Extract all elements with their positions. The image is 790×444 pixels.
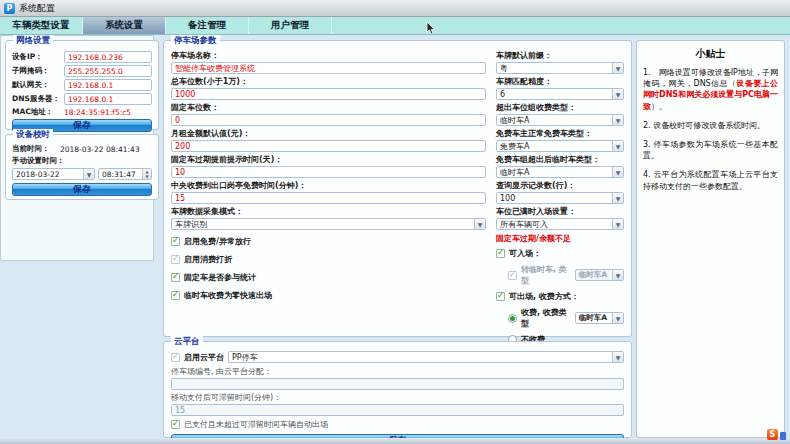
over-group-fee-select[interactable]: 临时车A ▼ bbox=[496, 114, 624, 126]
over-group-fee-value: 临时车A bbox=[500, 115, 529, 126]
query-rows-field: 查询显示记录数(行)： 100 ▼ bbox=[496, 180, 624, 204]
fixed-stat-option[interactable]: ✓ 固定车是否参与统计 bbox=[171, 272, 486, 283]
subnet-mask-label: 子网掩码： bbox=[12, 66, 64, 76]
total-spaces-field: 总车位数(小于1万)： 1000 bbox=[171, 76, 486, 100]
tab-remark-management[interactable]: 备注管理 bbox=[166, 17, 249, 34]
tab-user-management[interactable]: 用户管理 bbox=[249, 17, 332, 34]
tab-system-settings[interactable]: 系统设置 bbox=[83, 17, 166, 34]
network-settings-group: 网络设置 设备IP： 192.168.0.236 子网掩码： 255.255.2… bbox=[5, 40, 159, 130]
checkbox[interactable]: ✓ bbox=[508, 271, 517, 280]
chevron-down-icon[interactable]: ▼ bbox=[612, 141, 623, 151]
chevron-down-icon[interactable]: ▼ bbox=[612, 193, 623, 203]
checkbox[interactable]: ✓ bbox=[496, 249, 505, 258]
plate-precision-field: 车牌匹配精度： 6 ▼ bbox=[496, 76, 624, 100]
cloud-platform-title: 云平台 bbox=[171, 336, 203, 348]
charge-type-select[interactable]: 临时车A ▼ bbox=[575, 312, 624, 324]
capture-mode-field: 车牌数据采集模式： 车牌识别 ▼ bbox=[171, 206, 486, 230]
title-bar: P 系统配置 bbox=[0, 0, 790, 17]
lot-id-input[interactable] bbox=[171, 378, 624, 390]
cloud-provider-select[interactable]: PP停车 ▼ bbox=[228, 351, 624, 363]
checkbox[interactable]: ✓ bbox=[171, 237, 180, 246]
free-group-over-value: 临时车A bbox=[500, 167, 529, 178]
tip-item-1: 1. 网络设置可修改设备IP地址，子网掩码，网关，DNS信息（设备要上公网时DN… bbox=[643, 67, 778, 112]
dns-input[interactable]: 192.168.0.1 bbox=[64, 93, 152, 105]
plate-prefix-value: 粤 bbox=[500, 63, 508, 74]
free-car-type-field: 免费车主正常免费车类型： 免费车A ▼ bbox=[496, 128, 624, 152]
spinner-buttons[interactable]: ▲ ▼ bbox=[142, 169, 151, 179]
time-sync-group: 设备校时 当前时间： 2018-03-22 08:41:43 手动设置时间： 2… bbox=[5, 134, 159, 200]
monthly-fee-input[interactable]: 200 bbox=[171, 140, 486, 152]
date-picker[interactable]: 2018-03-22 ▼ bbox=[12, 168, 95, 180]
lot-full-entry-value: 所有车辆可入 bbox=[500, 219, 548, 230]
free-group-over-select[interactable]: 临时车A ▼ bbox=[496, 166, 624, 178]
lot-id-label: 停车场编号, 由云平台分配： bbox=[171, 366, 624, 377]
charge-option[interactable]: 收费, 收费类型 临时车A ▼ bbox=[508, 307, 624, 329]
time-sync-save-button[interactable]: 保存 bbox=[12, 183, 152, 196]
chevron-down-icon[interactable]: ▼ bbox=[612, 270, 623, 280]
monthly-fee-label: 月租金额默认值(元)： bbox=[171, 128, 486, 139]
free-pass-option[interactable]: ✓ 启用免费/异常放行 bbox=[171, 236, 486, 247]
chevron-down-icon[interactable]: ▼ bbox=[612, 313, 623, 323]
chevron-down-icon[interactable]: ▼ bbox=[612, 115, 623, 125]
can-enter-option[interactable]: ✓ 可入场： bbox=[496, 248, 624, 259]
chevron-down-icon[interactable]: ▼ bbox=[83, 169, 94, 179]
checkbox[interactable]: ✓ bbox=[171, 273, 180, 282]
free-car-type-select[interactable]: 免费车A ▼ bbox=[496, 140, 624, 152]
discount-option[interactable]: ✓ 启用消费打折 bbox=[171, 254, 486, 265]
manual-time-label: 手动设置时间： bbox=[12, 156, 152, 166]
time-spinner[interactable]: 08:31:47 ▲ ▼ bbox=[98, 168, 152, 180]
expire-notice-field: 固定车过期提前提示时间(天)： 10 bbox=[171, 154, 486, 178]
current-time-value: 2018-03-22 08:41:43 bbox=[60, 145, 140, 154]
monthly-fee-field: 月租金额默认值(元)： 200 bbox=[171, 128, 486, 152]
fixed-spaces-input[interactable]: 0 bbox=[171, 114, 486, 126]
auto-exit-option[interactable]: ✓ 已支付且未超过可滞留时间车辆自动出场 bbox=[171, 419, 624, 430]
lot-full-entry-label: 车位已满时入场设置： bbox=[496, 206, 624, 217]
lot-name-input[interactable]: 智能停车收费管理系统 bbox=[171, 62, 486, 74]
check-icon: ✓ bbox=[497, 248, 505, 257]
fixed-spaces-label: 固定车位数： bbox=[171, 102, 486, 113]
manual-time-row: 2018-03-22 ▼ 08:31:47 ▲ ▼ bbox=[12, 168, 152, 180]
dns-row: DNS服务器： 192.168.0.1 bbox=[12, 93, 152, 105]
plate-precision-select[interactable]: 6 ▼ bbox=[496, 88, 624, 100]
chevron-down-icon[interactable]: ▼ bbox=[612, 167, 623, 177]
central-pay-free-input[interactable]: 15 bbox=[171, 192, 486, 204]
lot-full-entry-select[interactable]: 所有车辆可入 ▼ bbox=[496, 218, 624, 230]
can-exit-option[interactable]: ✓ 可出场, 收费方式： bbox=[496, 291, 624, 302]
chevron-down-icon[interactable]: ▼ bbox=[612, 63, 623, 73]
mac-label: MAC地址： bbox=[12, 107, 64, 117]
checkbox[interactable]: ✓ bbox=[171, 291, 180, 300]
checkbox[interactable]: ✓ bbox=[171, 420, 180, 429]
subnet-mask-input[interactable]: 255.255.255.0 bbox=[64, 65, 152, 77]
tab-vehicle-type-settings[interactable]: 车辆类型设置 bbox=[0, 17, 83, 34]
chevron-down-icon[interactable]: ▼ bbox=[612, 89, 623, 99]
expire-notice-input[interactable]: 10 bbox=[171, 166, 486, 178]
chevron-down-icon[interactable]: ▼ bbox=[612, 219, 623, 229]
to-temp-select[interactable]: 临时车A ▼ bbox=[575, 269, 624, 281]
over-group-fee-field: 超出车位组收费类型： 临时车A ▼ bbox=[496, 102, 624, 126]
zero-fee-fast-exit-option[interactable]: ✓ 临时车收费为零快速出场 bbox=[171, 290, 486, 301]
plate-prefix-select[interactable]: 粤 ▼ bbox=[496, 62, 624, 74]
spinner-down-icon[interactable]: ▼ bbox=[143, 174, 151, 179]
device-ip-input[interactable]: 192.168.0.236 bbox=[64, 51, 152, 63]
check-icon: ✓ bbox=[497, 291, 505, 300]
to-temp-option[interactable]: ✓ 转临时车, 类型 临时车A ▼ bbox=[508, 264, 624, 286]
radio-button[interactable] bbox=[508, 314, 517, 323]
checkbox[interactable]: ✓ bbox=[171, 255, 180, 264]
total-spaces-input[interactable]: 1000 bbox=[171, 88, 486, 100]
capture-mode-select[interactable]: 车牌识别 ▼ bbox=[171, 218, 486, 230]
checkbox[interactable]: ✓ bbox=[496, 292, 505, 301]
tips-panel: 小贴士 1. 网络设置可修改设备IP地址，子网掩码，网关，DNS信息（设备要上公… bbox=[636, 40, 785, 438]
query-rows-select[interactable]: 100 ▼ bbox=[496, 192, 624, 204]
tab-strip: 车辆类型设置 系统设置 备注管理 用户管理 bbox=[0, 17, 790, 35]
checkbox[interactable]: ✓ bbox=[171, 353, 180, 362]
chevron-down-icon[interactable]: ▼ bbox=[612, 352, 623, 362]
discount-label: 启用消费打折 bbox=[184, 254, 232, 265]
over-group-fee-label: 超出车位组收费类型： bbox=[496, 102, 624, 113]
stay-time-input[interactable]: 15 bbox=[171, 404, 624, 416]
window-title: 系统配置 bbox=[19, 2, 55, 15]
gateway-input[interactable]: 192.168.0.1 bbox=[64, 79, 152, 91]
check-icon: ✓ bbox=[172, 272, 180, 281]
to-temp-label: 转临时车, 类型 bbox=[521, 264, 571, 286]
chevron-down-icon[interactable]: ▼ bbox=[474, 219, 485, 229]
lot-name-label: 停车场名称： bbox=[171, 50, 486, 61]
